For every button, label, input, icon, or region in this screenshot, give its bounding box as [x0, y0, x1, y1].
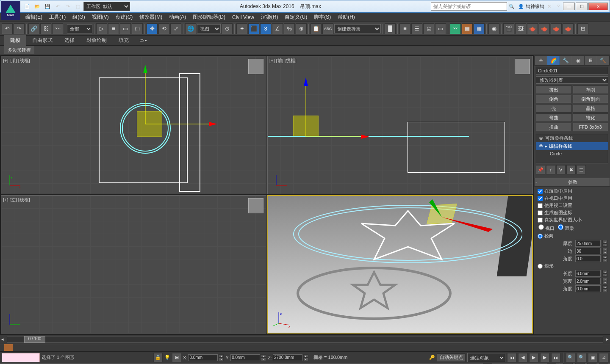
save-icon[interactable]: 💾 [43, 2, 52, 11]
viewcube-icon[interactable] [248, 59, 263, 74]
goto-start-icon[interactable]: ⏮ [507, 353, 516, 362]
open-icon[interactable]: 📂 [33, 2, 42, 11]
tab-freeform[interactable]: 自由形式 [26, 35, 58, 46]
poly-model-label[interactable]: 多边形建模 [4, 46, 34, 54]
minimize-button[interactable]: — [563, 3, 575, 10]
rollout-params[interactable]: -参数 [534, 178, 610, 187]
ref-coord-icon[interactable]: 🌐 [185, 23, 196, 34]
zoom-icon[interactable]: 🔍 [566, 353, 575, 362]
select-button[interactable]: ▷ [96, 23, 107, 34]
radio-rect[interactable]: 矩形 [534, 262, 610, 270]
zoom-all-icon[interactable]: 🔍 [577, 353, 586, 362]
move-button[interactable]: ✥ [147, 23, 158, 34]
render-setup-button[interactable]: 🎬 [503, 23, 514, 34]
snap3-button[interactable]: 3 [260, 23, 271, 34]
radio-radial[interactable]: 径向 [534, 232, 610, 240]
goto-end-icon[interactable]: ⏭ [551, 353, 560, 362]
select-region-button[interactable]: ▭ [120, 23, 131, 34]
angle-snap-button[interactable]: ∠ [272, 23, 283, 34]
tab-populate[interactable]: 填充 [113, 35, 135, 46]
slider-right-icon[interactable]: ▸ [605, 336, 610, 342]
menu-graph[interactable]: 图形编辑器(D) [189, 14, 229, 21]
app-logo[interactable]: MAX [1, 1, 20, 20]
a360-button[interactable]: ⊞ [577, 23, 588, 34]
menu-view[interactable]: 视图(V) [89, 14, 112, 21]
lattice-button[interactable]: 晶格 [573, 104, 609, 113]
pivot-button[interactable]: ⊙ [222, 23, 233, 34]
menu-edit[interactable]: 编辑(E) [22, 14, 46, 21]
lock-icon[interactable]: 🔒 [153, 353, 163, 362]
scale-button[interactable]: ⤢ [170, 23, 181, 34]
abc-icon[interactable]: ABC [322, 23, 333, 34]
teapot1-icon[interactable]: 🫖 [527, 23, 538, 34]
favorite-icon[interactable]: ✕ [544, 2, 554, 11]
align-button[interactable]: ≡ [399, 23, 410, 34]
named-sel-icon[interactable]: 📋 [311, 23, 322, 34]
filter-combo[interactable]: 全部 [67, 24, 92, 33]
curve-editor-button[interactable]: 〰 [450, 23, 461, 34]
twist-button[interactable]: 扭曲 [536, 123, 572, 131]
coord-mode-icon[interactable]: ⊞ [172, 353, 181, 362]
use-vp-settings-check[interactable]: 使用视口设置 [534, 202, 610, 209]
tab-modeling[interactable]: 建模 [4, 35, 26, 46]
angle-spinner[interactable]: 0.0 [575, 255, 601, 262]
pin-stack-icon[interactable]: 📌 [536, 165, 545, 174]
ribbon-toggle[interactable]: ▭ [435, 23, 446, 34]
viewcube-icon[interactable] [515, 59, 530, 74]
layer-mgr-button[interactable]: 🗂 [423, 23, 434, 34]
link-button[interactable]: 🔗 [28, 23, 39, 34]
time-ruler[interactable] [0, 344, 610, 351]
search-icon[interactable]: 🔍 [507, 2, 516, 11]
named-sel-combo[interactable]: 创建选择集 [334, 24, 381, 33]
manip-button[interactable]: ✦ [236, 23, 247, 34]
radio-render[interactable]: 渲染 [558, 224, 574, 232]
tab-select[interactable]: 选择 [58, 35, 80, 46]
spinner-snap-button[interactable]: ⊕ [296, 23, 307, 34]
create-tab-icon[interactable]: ✳ [535, 56, 547, 65]
modifier-stack[interactable]: 👁可渲染样条线 👁 ▸编辑样条线 Circle [536, 134, 608, 163]
material-button[interactable]: ◉ [488, 23, 499, 34]
viewport-front[interactable]: [+] [前] [线框] [267, 56, 533, 194]
motion-tab-icon[interactable]: ◉ [572, 56, 584, 65]
undo-button[interactable]: ↶ [2, 23, 13, 34]
teapot2-icon[interactable]: 🫖 [539, 23, 550, 34]
remove-mod-icon[interactable]: ✖ [566, 165, 576, 174]
hierarchy-tab-icon[interactable]: 🔧 [560, 56, 572, 65]
undo-icon[interactable]: ↶ [53, 2, 62, 11]
ribbon-collapse-icon[interactable]: ⬭ ▾ [140, 38, 147, 43]
width-spinner[interactable]: 2.0mm [575, 278, 601, 284]
dope-sheet-button[interactable]: ▦ [462, 23, 473, 34]
workspace-combo[interactable]: 工作区: 默认 [83, 2, 130, 11]
bevel-button[interactable]: 倒角 [536, 95, 572, 103]
setkey-flag-icon[interactable] [4, 344, 13, 351]
modifier-list-combo[interactable]: 修改器列表 [536, 76, 608, 84]
bend-button[interactable]: 弯曲 [536, 113, 572, 122]
length-spinner[interactable]: 6.0mm [575, 270, 601, 277]
unique-icon[interactable]: ∀ [556, 165, 566, 174]
tab-paint[interactable]: 对象绘制 [80, 35, 113, 46]
mirror-button[interactable]: ▐▌ [385, 23, 396, 34]
vp-front-label[interactable]: [+] [前] [线框] [269, 58, 297, 64]
slider-left-icon[interactable]: ◂ [0, 336, 5, 342]
zoom-ext-icon[interactable]: ▣ [588, 353, 597, 362]
vp-left-label[interactable]: [+] [左] [线框] [3, 197, 30, 203]
layers-button[interactable]: ☰ [411, 23, 422, 34]
lathe-button[interactable]: 车削 [573, 85, 609, 94]
display-tab-icon[interactable]: 🖥 [585, 56, 596, 65]
search-input[interactable] [431, 2, 507, 11]
thickness-spinner[interactable]: 25.0mm [575, 240, 601, 247]
next-frame-icon[interactable]: ▶ [540, 353, 549, 362]
menu-script[interactable]: 脚本(S) [311, 14, 334, 21]
config-icon[interactable]: ☰ [577, 165, 586, 174]
menu-help[interactable]: 帮助(H) [334, 14, 358, 21]
vp-top-label[interactable]: [+] [顶] [线框] [3, 58, 30, 64]
menu-group[interactable]: 组(G) [69, 14, 88, 21]
autokey-button[interactable]: 自动关键点 [437, 353, 466, 362]
menu-modifier[interactable]: 修改器(M) [136, 14, 166, 21]
x-field[interactable]: 0.0mm [188, 354, 218, 361]
help-icon[interactable]: ? [554, 2, 563, 11]
teapot3-icon[interactable]: 🫖 [551, 23, 562, 34]
shell-button[interactable]: 壳 [536, 104, 572, 113]
enable-render-check[interactable]: 在渲染中启用 [534, 188, 610, 195]
time-slider[interactable]: ◂ 0 / 100 ▸ [0, 334, 610, 344]
